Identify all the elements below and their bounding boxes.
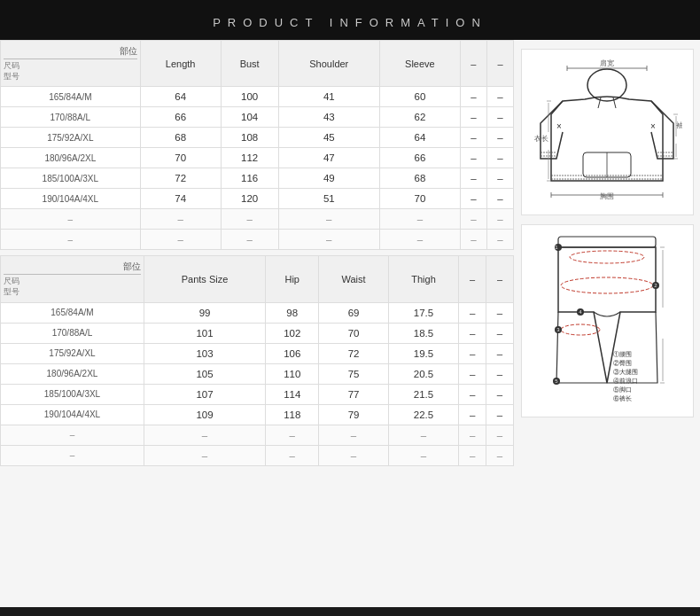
table2-size-cell: 190/104A/4XL — [1, 404, 144, 425]
col-sleeve: Sleeve — [379, 41, 460, 87]
table1-size-cell: 165/84A/M — [1, 87, 141, 107]
top-size-table: 部位 尺码型号 Length Bust Shoulder Sleeve – – … — [0, 40, 514, 250]
table1-data-cell: 116 — [221, 168, 278, 189]
table2-data-cell: 75 — [319, 363, 388, 384]
table2-data-cell: 103 — [144, 343, 265, 363]
table1-size-cell: – — [1, 230, 141, 250]
table2-data-cell: 99 — [144, 302, 265, 323]
table2-data-cell: 19.5 — [388, 343, 458, 363]
table1-data-cell: 51 — [278, 189, 379, 209]
svg-point-28 — [570, 251, 644, 263]
header-title: PRODUCT INFORMATION — [213, 16, 487, 29]
table1-data-cell: – — [278, 230, 379, 250]
col-extra2: – — [486, 41, 513, 87]
table2-data-cell: – — [319, 445, 388, 465]
table1-data-cell: – — [379, 209, 460, 230]
table2-data-cell: 69 — [319, 302, 388, 323]
table2-data-cell: 21.5 — [388, 384, 458, 404]
table2-data-cell: 107 — [144, 384, 265, 404]
svg-text:×: × — [650, 121, 656, 131]
table2-data-cell: 77 — [319, 384, 388, 404]
bust-label: 胸围 — [600, 192, 614, 200]
table2-data-cell: – — [319, 425, 388, 445]
table1-size-cell: 185/100A/3XL — [1, 168, 141, 189]
col-thigh: Thigh — [388, 256, 458, 302]
table1-data-cell: 41 — [278, 87, 379, 107]
bottom-size-table: 部位 尺码型号 Pants Size Hip Waist Thigh – – 1… — [0, 255, 514, 465]
table1-data-cell: 66 — [140, 107, 221, 128]
page-header: PRODUCT INFORMATION — [0, 0, 700, 40]
col-extra3: – — [459, 256, 486, 302]
table2-data-cell: – — [459, 425, 486, 445]
table2-data-cell: 102 — [266, 323, 319, 343]
table1-data-cell: – — [486, 189, 513, 209]
svg-text:②臀围: ②臀围 — [613, 360, 632, 367]
table1-data-cell: 60 — [379, 87, 460, 107]
table2-size-cell: 170/88A/L — [1, 323, 144, 343]
svg-text:×: × — [556, 121, 562, 131]
table1-size-cell: 190/104A/4XL — [1, 189, 141, 209]
col-extra4: – — [486, 256, 514, 302]
table1-data-cell: – — [486, 230, 513, 250]
svg-rect-27 — [558, 237, 656, 247]
table2-data-cell: – — [144, 425, 265, 445]
table2-data-cell: – — [486, 343, 514, 363]
table1-data-cell: – — [460, 209, 486, 230]
table2-size-cell: 180/96A/2XL — [1, 363, 144, 384]
table1-data-cell: 45 — [278, 128, 379, 148]
table1-data-cell: – — [140, 230, 221, 250]
col-shoulder: Shoulder — [278, 41, 379, 87]
table1-data-cell: 100 — [221, 87, 278, 107]
table2-part-label: 部位 尺码型号 — [1, 256, 144, 302]
table2-data-cell: 105 — [144, 363, 265, 384]
table2-data-cell: – — [459, 363, 486, 384]
cloth-length-label: 衣长 — [534, 135, 548, 143]
table2-data-cell: 98 — [266, 302, 319, 323]
main-content: 部位 尺码型号 Length Bust Shoulder Sleeve – – … — [0, 40, 700, 607]
table2-data-cell: – — [459, 323, 486, 343]
table2-data-cell: – — [266, 425, 319, 445]
table1-data-cell: 49 — [278, 168, 379, 189]
table1-data-cell: – — [278, 209, 379, 230]
table2-data-cell: – — [459, 384, 486, 404]
svg-text:①腰围: ①腰围 — [613, 351, 632, 357]
table1-size-cell: – — [1, 209, 141, 230]
table2-data-cell: – — [388, 445, 458, 465]
table2-size-cell: – — [1, 425, 144, 445]
table1-data-cell: – — [460, 128, 486, 148]
table1-data-cell: – — [460, 148, 486, 168]
table2-data-cell: – — [486, 425, 514, 445]
table1-data-cell: – — [221, 209, 278, 230]
table1-data-cell: – — [460, 230, 486, 250]
table1-data-cell: 64 — [140, 87, 221, 107]
table1-data-cell: – — [460, 87, 486, 107]
svg-text:⑥裤长: ⑥裤长 — [613, 395, 632, 402]
top-garment-diagram: 肩宽 — [521, 49, 694, 215]
table2-data-cell: – — [486, 445, 514, 465]
table1-data-cell: 70 — [140, 148, 221, 168]
table2-data-cell: 17.5 — [388, 302, 458, 323]
table2-data-cell: 70 — [319, 323, 388, 343]
table1-data-cell: 104 — [221, 107, 278, 128]
table1-data-cell: – — [486, 168, 513, 189]
tables-section: 部位 尺码型号 Length Bust Shoulder Sleeve – – … — [0, 40, 514, 607]
svg-text:⑤脚口: ⑤脚口 — [613, 386, 632, 393]
table2-data-cell: – — [266, 445, 319, 465]
table2-data-cell: – — [486, 384, 514, 404]
svg-text:④前浪口: ④前浪口 — [613, 378, 638, 384]
table2-data-cell: 79 — [319, 404, 388, 425]
table2-data-cell: 106 — [266, 343, 319, 363]
col-hip: Hip — [266, 256, 319, 302]
table1-size-cell: 175/92A/XL — [1, 128, 141, 148]
table1-size-cell: 170/88A/L — [1, 107, 141, 128]
table2-data-cell: – — [486, 363, 514, 384]
table2-data-cell: – — [486, 302, 514, 323]
table1-data-cell: 64 — [379, 128, 460, 148]
table2-data-cell: – — [486, 404, 514, 425]
svg-text:③大腿围: ③大腿围 — [613, 369, 638, 375]
table2-size-cell: 175/92A/XL — [1, 343, 144, 363]
table1-data-cell: – — [486, 128, 513, 148]
table2-size-cell: 185/100A/3XL — [1, 384, 144, 404]
table1-data-cell: – — [460, 168, 486, 189]
table1-data-cell: – — [486, 148, 513, 168]
